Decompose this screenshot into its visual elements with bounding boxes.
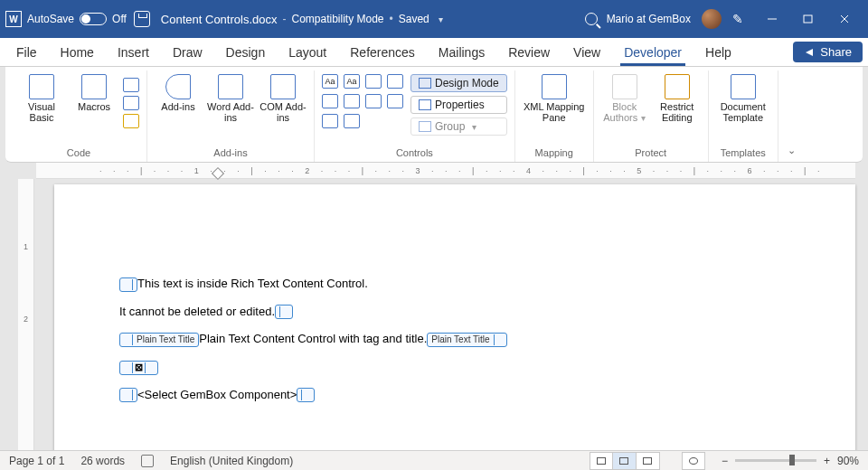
dropdown-control-start[interactable]: [119, 388, 137, 402]
compatibility-mode: Compatibility Mode: [291, 13, 383, 25]
macros-button[interactable]: Macros: [71, 74, 118, 112]
group-button[interactable]: Group▾: [410, 118, 507, 136]
doc-line5[interactable]: <Select GemBox Component>: [137, 388, 297, 401]
group-label-protect: Protect: [635, 146, 666, 162]
menu-mailings[interactable]: Mailings: [428, 40, 495, 65]
document-page[interactable]: This text is inside Rich Text Content Co…: [54, 184, 855, 454]
menu-references[interactable]: References: [339, 40, 426, 65]
menu-developer[interactable]: Developer: [613, 40, 693, 65]
plaintext-control-end[interactable]: Plain Text Title: [427, 333, 506, 347]
group-protect: Block Authors▾ Restrict Editing Protect: [594, 70, 709, 162]
status-language[interactable]: English (United Kingdom): [170, 455, 293, 467]
building-block-control-icon[interactable]: [387, 74, 403, 89]
chevron-down-icon[interactable]: ▾: [439, 14, 443, 24]
menu-view[interactable]: View: [562, 40, 611, 65]
properties-icon: [419, 99, 431, 110]
menu-insert[interactable]: Insert: [107, 40, 160, 65]
word-app-icon: W: [5, 11, 22, 27]
content-control-start[interactable]: [119, 277, 137, 292]
group-templates: Document Template Templates: [709, 70, 778, 162]
group-icon: [419, 121, 431, 132]
share-button[interactable]: Share: [793, 42, 863, 62]
search-icon[interactable]: [585, 13, 598, 25]
web-layout-button[interactable]: [637, 452, 660, 470]
zoom-out-icon[interactable]: −: [722, 455, 728, 467]
datepicker-control-icon[interactable]: [387, 94, 403, 108]
proofing-icon[interactable]: [141, 455, 154, 467]
content-control-end[interactable]: [275, 305, 293, 319]
save-icon[interactable]: [134, 11, 150, 27]
addins-icon: [165, 74, 191, 99]
print-layout-button[interactable]: [613, 452, 637, 470]
status-page[interactable]: Page 1 of 1: [9, 455, 64, 467]
zoom-in-icon[interactable]: +: [824, 455, 830, 467]
minimize-button[interactable]: [754, 0, 790, 38]
user-avatar[interactable]: [702, 9, 722, 29]
plain-text-control-icon[interactable]: Aa: [344, 74, 360, 89]
group-label-addins: Add-ins: [213, 146, 247, 162]
menu-bar: File Home Insert Draw Design Layout Refe…: [0, 38, 868, 67]
repeating-control-icon[interactable]: [322, 114, 338, 128]
checkbox-control-icon[interactable]: [322, 94, 338, 108]
restrict-editing-button[interactable]: Restrict Editing: [654, 74, 701, 123]
menu-design[interactable]: Design: [215, 40, 277, 65]
com-addins-button[interactable]: COM Add-ins: [259, 74, 307, 123]
properties-button[interactable]: Properties: [410, 96, 507, 114]
focus-button[interactable]: [682, 452, 705, 470]
autosave-label: AutoSave: [27, 13, 74, 25]
horizontal-ruler[interactable]: · · · | · · · 1 · · · | · · · 2 · · · | …: [36, 163, 855, 179]
read-mode-button[interactable]: [590, 452, 613, 470]
menu-draw[interactable]: Draw: [162, 40, 213, 65]
pen-icon[interactable]: ✎: [732, 12, 743, 26]
doc-line2: It cannot be deleted or edited.: [119, 305, 275, 318]
rich-text-control-icon[interactable]: Aa: [322, 74, 338, 89]
maximize-button[interactable]: [790, 0, 826, 38]
pause-recording-icon[interactable]: [123, 96, 139, 110]
group-addins: Add-ins Word Add-ins COM Add-ins Add-ins: [147, 70, 315, 162]
macros-icon: [81, 74, 107, 99]
status-bar: Page 1 of 1 26 words English (United Kin…: [0, 450, 868, 470]
checkbox-control[interactable]: ⊠: [119, 361, 158, 375]
group-code: Visual Basic Macros Code: [11, 70, 147, 162]
zoom-control[interactable]: − + 90%: [722, 455, 859, 467]
share-label: Share: [820, 45, 852, 59]
design-mode-button[interactable]: Design Mode: [410, 74, 507, 92]
menu-review[interactable]: Review: [497, 40, 561, 65]
picture-control-icon[interactable]: [365, 74, 382, 89]
menu-home[interactable]: Home: [50, 40, 105, 65]
menu-help[interactable]: Help: [694, 40, 742, 65]
view-mode-buttons: [590, 452, 660, 470]
close-button[interactable]: [826, 0, 863, 38]
word-addins-button[interactable]: Word Add-ins: [207, 74, 254, 123]
doc-line3: Plain Text Content Control with tag and …: [199, 332, 427, 345]
zoom-slider[interactable]: [735, 459, 816, 462]
macro-security-icon[interactable]: [123, 114, 139, 128]
vertical-ruler[interactable]: 12: [18, 179, 34, 454]
xml-mapping-button[interactable]: XML Mapping Pane: [523, 74, 586, 123]
status-words[interactable]: 26 words: [80, 455, 125, 467]
autosave-toggle[interactable]: AutoSave Off: [27, 13, 127, 25]
block-authors-button[interactable]: Block Authors▾: [601, 74, 648, 123]
menu-file[interactable]: File: [5, 40, 48, 65]
plaintext-control-start[interactable]: Plain Text Title: [119, 333, 199, 347]
group-label-templates: Templates: [721, 146, 766, 162]
zoom-value[interactable]: 90%: [837, 455, 859, 467]
visual-basic-icon: [29, 74, 54, 99]
record-macro-icon[interactable]: [123, 78, 139, 92]
menu-layout[interactable]: Layout: [278, 40, 337, 65]
title-bar: W AutoSave Off Content Controls.docx - C…: [0, 0, 868, 38]
combobox-control-icon[interactable]: [344, 94, 360, 108]
doc-line1: This text is inside Rich Text Content Co…: [137, 277, 368, 290]
user-name: Mario at GemBox: [607, 13, 691, 25]
dropdown-control-end[interactable]: [297, 388, 315, 402]
group-mapping: XML Mapping Pane Mapping: [515, 70, 594, 162]
addins-button[interactable]: Add-ins: [155, 74, 202, 112]
group-label-code: Code: [67, 146, 90, 162]
saved-state: Saved: [399, 13, 429, 25]
document-template-button[interactable]: Document Template: [716, 74, 770, 123]
visual-basic-button[interactable]: Visual Basic: [18, 74, 65, 123]
collapse-ribbon-icon[interactable]: ⌄: [778, 139, 805, 162]
share-icon: [804, 47, 815, 58]
dropdown-control-icon[interactable]: [365, 94, 382, 108]
legacy-tools-icon[interactable]: [344, 114, 360, 128]
